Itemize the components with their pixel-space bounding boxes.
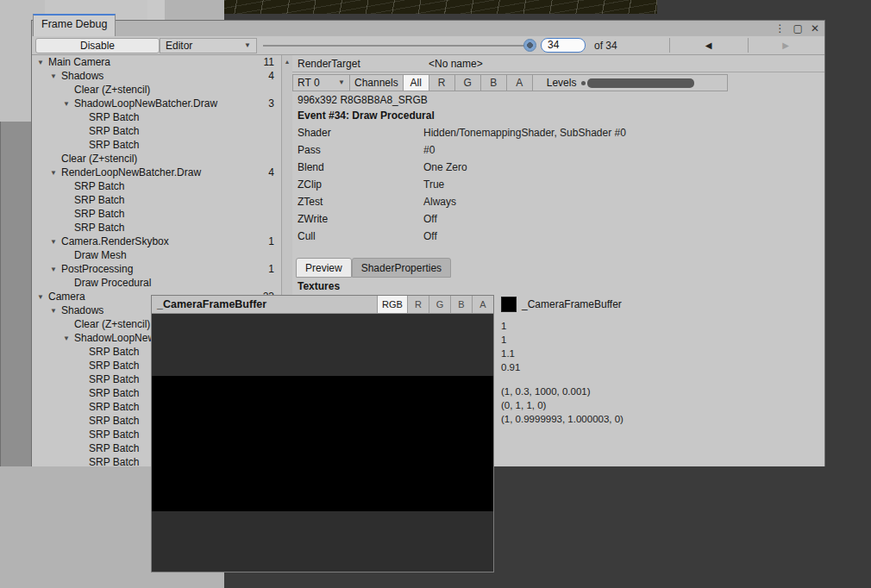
- expander-icon[interactable]: [50, 266, 61, 273]
- event-label: SRP Batch: [89, 139, 139, 151]
- texture-name: _CameraFrameBuffer: [522, 298, 622, 310]
- state-label: ZTest: [292, 196, 423, 213]
- rt-index-dropdown[interactable]: RT 0: [293, 75, 350, 91]
- disable-button[interactable]: Disable: [35, 38, 160, 53]
- frame-number-input[interactable]: 34: [541, 38, 586, 53]
- shader-state-row: Cull Off: [292, 230, 824, 247]
- prev-frame-button[interactable]: ◀: [669, 38, 748, 53]
- render-target-controls: RT 0 Channels All R G B A Levels: [292, 74, 728, 91]
- event-title: Event #34: Draw Procedural: [298, 109, 435, 122]
- window-menu-icon[interactable]: ⋮: [775, 22, 786, 35]
- window-maximize-icon[interactable]: ▢: [793, 22, 803, 35]
- float-value: 0.91: [501, 360, 520, 374]
- state-label: Shader: [292, 127, 423, 144]
- channel-button[interactable]: R: [429, 75, 455, 91]
- expander-icon[interactable]: [50, 307, 61, 315]
- next-frame-button[interactable]: ▶: [748, 38, 824, 53]
- channels-label: Channels: [350, 75, 404, 91]
- target-dropdown[interactable]: Editor ▼: [160, 38, 257, 53]
- tree-event-row[interactable]: SRP Batch: [32, 221, 281, 235]
- event-label: SRP Batch: [74, 222, 124, 234]
- preview-channel-button[interactable]: G: [429, 296, 450, 313]
- event-count: 1: [268, 263, 274, 275]
- window-titlebar[interactable]: ⋮ ▢ ✕: [32, 21, 824, 36]
- shader-state-row: ZTest Always: [292, 196, 824, 213]
- textures-header: Textures: [298, 280, 340, 292]
- event-label: SRP Batch: [89, 442, 139, 454]
- event-label: Camera.RenderSkybox: [61, 235, 169, 247]
- tree-event-row[interactable]: Main Camera 11: [32, 55, 281, 69]
- vector-value: (0, 1, 1, 0): [501, 398, 623, 412]
- tree-event-row[interactable]: Clear (Z+stencil): [32, 152, 281, 166]
- expander-icon[interactable]: [50, 169, 61, 177]
- levels-slider-min-handle[interactable]: [581, 81, 586, 85]
- event-label: SRP Batch: [89, 387, 139, 399]
- event-label: SRP Batch: [89, 360, 139, 372]
- expander-icon[interactable]: [50, 72, 61, 80]
- tree-event-row[interactable]: SRP Batch: [32, 207, 281, 221]
- details-tab[interactable]: ShaderProperties: [352, 258, 451, 278]
- frame-slider-track[interactable]: [263, 45, 534, 47]
- preview-channel-button[interactable]: A: [472, 296, 493, 313]
- texture-thumbnail[interactable]: [501, 297, 517, 312]
- event-count: 1: [268, 235, 274, 247]
- event-label: SRP Batch: [89, 125, 139, 137]
- event-label: SRP Batch: [89, 346, 139, 358]
- event-label: Clear (Z+stencil): [74, 318, 150, 330]
- state-value: One Zero: [423, 161, 467, 178]
- details-tab[interactable]: Preview: [296, 258, 352, 278]
- event-count: 3: [268, 97, 274, 109]
- expander-icon[interactable]: [37, 293, 48, 301]
- tree-event-row[interactable]: SRP Batch: [32, 138, 281, 152]
- channel-button[interactable]: All: [404, 75, 429, 91]
- expander-icon[interactable]: [63, 100, 74, 108]
- tree-event-row[interactable]: SRP Batch: [32, 179, 281, 193]
- channel-button-group: All R G B A: [404, 75, 533, 91]
- state-value: True: [423, 178, 444, 196]
- frame-slider-handle[interactable]: [523, 39, 536, 52]
- event-label: Camera: [48, 291, 85, 303]
- shader-float-values: 111.10.91: [501, 319, 520, 374]
- tree-event-row[interactable]: Draw Procedural: [32, 276, 281, 290]
- tree-event-row[interactable]: Shadows 4: [32, 69, 281, 83]
- tree-event-row[interactable]: PostProcessing 1: [32, 262, 281, 276]
- tree-event-row[interactable]: Clear (Z+stencil): [32, 83, 281, 97]
- state-value: Off: [423, 230, 437, 247]
- state-label: Blend: [292, 161, 423, 178]
- shader-state-row: ZClip True: [292, 178, 824, 196]
- channel-button[interactable]: A: [507, 75, 533, 91]
- float-value: 1: [501, 319, 520, 333]
- preview-channel-button[interactable]: R: [407, 296, 429, 313]
- window-close-icon[interactable]: ✕: [811, 22, 819, 35]
- channel-button[interactable]: G: [455, 75, 481, 91]
- state-label: Cull: [292, 230, 423, 247]
- event-label: Shadows: [61, 304, 103, 316]
- tree-event-row[interactable]: SRP Batch: [32, 110, 281, 124]
- levels-label: Levels: [533, 75, 582, 91]
- expander-icon[interactable]: [37, 59, 48, 66]
- tree-event-row[interactable]: SRP Batch: [32, 124, 281, 138]
- tree-event-row[interactable]: SRP Batch: [32, 193, 281, 207]
- tree-event-row[interactable]: ShadowLoopNewBatcher.Draw 3: [32, 97, 281, 110]
- texture-preview-title: _CameraFrameBuffer: [152, 296, 377, 313]
- levels-slider[interactable]: [587, 78, 694, 88]
- event-label: SRP Batch: [89, 415, 139, 427]
- details-tab-bar: Preview ShaderProperties: [296, 258, 451, 278]
- state-value: Hidden/TonemappingShader, SubShader #0: [423, 127, 626, 144]
- preview-channel-button[interactable]: RGB: [377, 296, 407, 313]
- event-label: Main Camera: [48, 56, 110, 68]
- tree-event-row[interactable]: RenderLoopNewBatcher.Draw 4: [32, 166, 281, 179]
- vector-value: (1, 0.9999993, 1.000003, 0): [501, 412, 623, 426]
- render-target-label: RenderTarget: [298, 58, 360, 70]
- tree-event-row[interactable]: Draw Mesh: [32, 248, 281, 262]
- tree-event-row[interactable]: Camera.RenderSkybox 1: [32, 235, 281, 248]
- event-label: PostProcessing: [61, 263, 133, 275]
- expander-icon[interactable]: [63, 335, 74, 342]
- event-label: Shadows: [61, 70, 103, 82]
- frame-debug-tab[interactable]: Frame Debug: [33, 14, 116, 36]
- preview-channel-button[interactable]: B: [450, 296, 472, 313]
- expander-icon[interactable]: [50, 238, 61, 246]
- channel-button[interactable]: B: [481, 75, 507, 91]
- state-label: ZClip: [292, 178, 423, 196]
- scroll-up-icon[interactable]: ▲: [285, 59, 291, 65]
